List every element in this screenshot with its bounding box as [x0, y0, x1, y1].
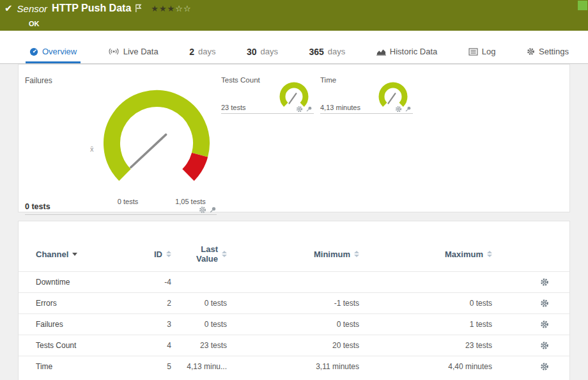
favorite-flag-icon[interactable]	[135, 4, 142, 13]
gauge-settings-gear-icon[interactable]	[395, 106, 402, 113]
tab-unit: days	[328, 47, 345, 56]
tab-30-days[interactable]: 30 days	[243, 43, 282, 63]
gauge-scale-max: 1,05 tests	[167, 198, 213, 205]
sensor-title: HTTP Push Data	[52, 3, 131, 14]
table-row: Errors 2 0 tests -1 tests 0 tests	[19, 292, 569, 313]
divider	[221, 113, 314, 114]
column-header-maximum[interactable]: Maximum	[359, 249, 492, 259]
table-row: Downtime -4	[19, 271, 569, 292]
tab-settings[interactable]: Settings	[523, 43, 573, 63]
sort-icon	[166, 251, 171, 257]
channel-settings-gear-icon[interactable]	[540, 299, 549, 308]
channel-id: -4	[132, 278, 171, 287]
gauges-panel: Failures x̄ 0 tests 1,05 tests 0 tests	[18, 64, 570, 212]
column-header-id[interactable]: ID	[132, 249, 171, 259]
table-row: Failures 3 0 tests 0 tests 1 tests	[19, 313, 569, 335]
table-header: Channel ID Last Value Minimum Maximum	[19, 221, 569, 271]
channel-minimum: -1 tests	[227, 299, 359, 308]
channel-last-value: 0 tests	[171, 320, 227, 329]
divider	[25, 214, 217, 215]
status-badge: OK	[29, 20, 40, 28]
channel-last-value: 4,13 minu...	[171, 362, 227, 371]
gauge-title: Failures	[25, 76, 52, 85]
priority-stars[interactable]: ★★★☆☆	[151, 4, 191, 13]
table-row: Time 5 4,13 minu... 3,11 minutes 4,40 mi…	[19, 356, 569, 377]
gauge-tests-count: Tests Count 23 tests	[221, 72, 316, 178]
tab-unit: days	[261, 47, 278, 56]
gauge-time: Time 4,13 minutes	[320, 72, 415, 178]
gauge-failures: Failures x̄ 0 tests 1,05 tests 0 tests	[25, 72, 233, 209]
tab-2-days[interactable]: 2 days	[185, 43, 219, 63]
main-content: Failures x̄ 0 tests 1,05 tests 0 tests	[0, 64, 588, 380]
stars-empty: ☆☆	[175, 4, 191, 13]
broadcast-icon	[108, 47, 120, 56]
gauge-settings-gear-icon[interactable]	[296, 106, 303, 113]
channel-maximum: 1 tests	[359, 320, 492, 329]
channel-minimum: 3,11 minutes	[227, 362, 359, 371]
tab-log[interactable]: Log	[465, 43, 500, 63]
mean-marker: x̄	[90, 145, 94, 153]
channel-name: Errors	[36, 299, 132, 308]
sensor-header: ✔ Sensor HTTP Push Data ★★★☆☆ OK	[0, 0, 588, 31]
tab-label: Live Data	[123, 47, 159, 56]
tab-number: 365	[309, 47, 323, 57]
tab-unit: days	[198, 47, 215, 56]
gauge-current-value: 0 tests	[25, 202, 50, 211]
channel-minimum: 20 tests	[227, 341, 359, 350]
tab-label: Overview	[42, 47, 77, 56]
column-header-channel[interactable]: Channel	[36, 249, 132, 259]
channel-id: 5	[132, 362, 171, 371]
channel-name: Downtime	[36, 278, 132, 287]
ok-check-icon: ✔	[4, 3, 13, 14]
tab-label: Settings	[539, 47, 569, 56]
channel-maximum: 4,40 minutes	[359, 362, 492, 371]
channel-settings-gear-icon[interactable]	[540, 320, 549, 329]
channel-maximum: 0 tests	[359, 299, 492, 308]
column-header-last-value[interactable]: Last Value	[171, 244, 227, 264]
channel-last-value: 23 tests	[171, 341, 227, 350]
sort-desc-icon	[72, 253, 77, 256]
tab-live-data[interactable]: Live Data	[104, 43, 162, 63]
channel-last-value: 0 tests	[171, 299, 227, 308]
prtg-sensor-page: ✔ Sensor HTTP Push Data ★★★☆☆ OK Overvie…	[0, 0, 588, 380]
divider	[320, 113, 413, 114]
tab-bar: Overview Live Data 2 days 30 days	[0, 31, 588, 64]
failures-gauge-dial: x̄	[86, 83, 227, 204]
gauge-needle	[389, 93, 396, 104]
channel-id: 3	[132, 320, 171, 329]
tab-number: 30	[247, 47, 257, 57]
gear-icon	[527, 47, 535, 56]
channel-name: Time	[36, 362, 132, 371]
stars-filled: ★★★	[151, 4, 175, 13]
channels-table-panel: Channel ID Last Value Minimum Maximum	[18, 221, 570, 380]
gauge-title: Time	[320, 76, 336, 84]
tab-overview[interactable]: Overview	[26, 43, 81, 63]
channel-settings-gear-icon[interactable]	[540, 278, 549, 287]
sort-icon	[354, 251, 359, 257]
gauge-pin-icon[interactable]	[209, 206, 217, 214]
sensor-type-label: Sensor	[17, 3, 48, 14]
log-icon	[468, 48, 478, 56]
status-square	[578, 1, 587, 10]
gauge-pin-icon[interactable]	[306, 106, 313, 113]
gauge-current-value: 23 tests	[221, 104, 246, 111]
gauge-pin-icon[interactable]	[405, 106, 412, 113]
gauge-scale-min: 0 tests	[105, 198, 151, 205]
sort-icon	[487, 251, 492, 257]
tab-number: 2	[189, 47, 194, 57]
chart-icon	[376, 48, 386, 56]
gauge-needle	[131, 134, 166, 167]
channel-name: Tests Count	[36, 341, 132, 350]
overview-gauge-icon	[29, 47, 38, 56]
tab-historic-data[interactable]: Historic Data	[373, 43, 441, 63]
channel-name: Failures	[36, 320, 132, 329]
tab-label: Historic Data	[390, 47, 437, 56]
channel-id: 2	[132, 299, 171, 308]
gauge-current-value: 4,13 minutes	[320, 104, 360, 111]
channel-settings-gear-icon[interactable]	[540, 362, 549, 371]
tab-365-days[interactable]: 365 days	[305, 43, 349, 63]
channel-settings-gear-icon[interactable]	[540, 341, 549, 350]
table-row: Tests Count 4 23 tests 20 tests 23 tests	[19, 335, 569, 356]
gauge-settings-gear-icon[interactable]	[199, 206, 206, 214]
column-header-minimum[interactable]: Minimum	[227, 249, 359, 259]
